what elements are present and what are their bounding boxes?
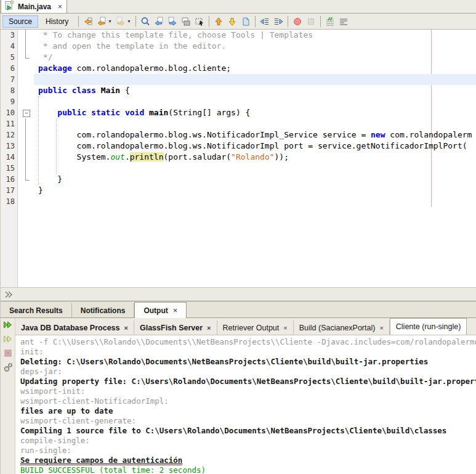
output-tab-java-db-database-process[interactable]: Java DB Database Process×	[15, 321, 134, 335]
output-tab-cliente-run-single-[interactable]: Cliente (run-single)	[390, 318, 467, 335]
line-number[interactable]: 10	[1, 107, 17, 118]
console-line: compile-single:	[20, 436, 476, 446]
output-tab-close-icon[interactable]: ×	[283, 324, 287, 332]
find-selection-icon[interactable]	[139, 15, 152, 28]
rerun-with-different-parameters-icon[interactable]	[2, 333, 14, 345]
code-line[interactable]: public class Main {	[34, 85, 476, 96]
code-area[interactable]: * To change this template file, choose T…	[34, 30, 476, 287]
line-number[interactable]: 14	[1, 152, 17, 163]
code-token: com.rolandopalermo.blog.ws.NotificadorIm…	[38, 141, 467, 150]
output-tab-close-icon[interactable]: ×	[207, 324, 211, 332]
output-tab-close-icon[interactable]: ×	[379, 324, 383, 332]
stop-macro-recording-icon[interactable]	[304, 15, 318, 28]
source-view-button[interactable]: Source	[2, 15, 38, 28]
code-line[interactable]	[34, 118, 476, 129]
console-line: ant -f C:\\Users\\Rolando\\Documents\\Ne…	[20, 337, 476, 347]
console-line: Compiling 1 source file to C:\Users\Rola…	[20, 426, 476, 436]
code-fold-toggle[interactable]	[18, 107, 34, 118]
output-tab-label: GlassFish Server	[140, 324, 203, 332]
line-number-gutter[interactable]: 3456789101112131415161718	[1, 30, 18, 287]
code-token: package	[38, 63, 72, 73]
shift-right-icon[interactable]	[272, 15, 285, 28]
line-number[interactable]: 16	[1, 174, 17, 185]
output-tab-close-icon[interactable]: ×	[124, 324, 128, 332]
line-number[interactable]: 15	[1, 163, 17, 174]
find-previous-occurrence-icon[interactable]	[152, 15, 166, 28]
rerun-icon[interactable]	[2, 319, 14, 330]
back-icon[interactable]	[95, 15, 108, 28]
comment-icon[interactable]	[323, 15, 337, 28]
console-link-text[interactable]: Se requiere campos de autenticación	[20, 456, 182, 465]
java-main-class-icon	[4, 0, 15, 14]
code-line[interactable]: public static void main(String[] args) {	[34, 107, 476, 118]
line-number[interactable]: 17	[1, 185, 17, 196]
code-line[interactable]: System.out.println(port.saludar("Rolando…	[34, 152, 476, 163]
code-line[interactable]: * To change this template file, choose T…	[34, 30, 476, 41]
line-number[interactable]: 6	[1, 63, 17, 74]
next-bookmark-icon[interactable]	[225, 15, 239, 28]
file-tab-close-icon[interactable]: ×	[58, 2, 62, 11]
forward-icon[interactable]	[114, 15, 127, 28]
toolbar-separator	[320, 16, 321, 27]
history-view-button[interactable]: History	[39, 15, 75, 28]
ant-settings-icon[interactable]	[2, 362, 14, 373]
window-tab-notifications[interactable]: Notifications	[72, 303, 135, 317]
code-token	[38, 108, 57, 117]
line-number[interactable]: 4	[1, 41, 17, 52]
dropdown-caret-icon[interactable]: ▾	[127, 18, 133, 24]
rectangular-selection-icon[interactable]	[193, 15, 206, 28]
code-line[interactable]: * and open the template in the editor.	[34, 41, 476, 52]
window-tab-search-results[interactable]: Search Results	[1, 303, 72, 317]
code-editor[interactable]: 3456789101112131415161718 * To change th…	[1, 30, 476, 287]
code-fold-margin[interactable]	[18, 30, 34, 287]
line-number[interactable]: 13	[1, 141, 17, 152]
uncomment-icon[interactable]	[337, 15, 350, 28]
output-tab-build-sacianexportal-[interactable]: Build (SacianexPortal)×	[294, 321, 390, 335]
console-link-line[interactable]: Se requiere campos de autenticación	[20, 456, 476, 465]
line-number[interactable]: 11	[1, 118, 17, 129]
breadcrumb-chevron-icon[interactable]	[3, 289, 14, 300]
last-edit-location-icon[interactable]	[81, 15, 95, 28]
file-tab-main-java[interactable]: Main.java ×	[1, 0, 67, 13]
output-panel: Java DB Database Process×GlassFish Serve…	[1, 318, 476, 474]
code-line[interactable]	[34, 163, 476, 174]
output-console[interactable]: ant -f C:\\Users\\Rolando\\Documents\\Ne…	[15, 335, 476, 474]
code-line[interactable]: package com.rolandopalermo.blog.cliente;	[34, 63, 476, 74]
stop-build-icon[interactable]	[2, 348, 14, 359]
shift-left-icon[interactable]	[258, 15, 272, 28]
dropdown-caret-icon[interactable]: ▾	[108, 18, 114, 24]
window-tab-output[interactable]: Output×	[134, 302, 187, 318]
bottom-window-tab-bar: Search ResultsNotificationsOutput×	[1, 301, 476, 318]
fold-margin-cell	[18, 196, 34, 207]
fold-margin-cell	[18, 41, 34, 52]
toggle-bookmark-icon[interactable]	[239, 15, 252, 28]
line-number[interactable]: 8	[1, 85, 17, 96]
line-number[interactable]: 7	[1, 74, 17, 85]
start-macro-recording-icon[interactable]	[291, 15, 304, 28]
code-token: out	[110, 152, 124, 161]
code-line[interactable]	[34, 196, 476, 207]
code-line[interactable]: com.rolandopalermo.blog.ws.NotificadorIm…	[34, 129, 476, 141]
window-tab-close-icon[interactable]: ×	[173, 306, 178, 315]
line-number[interactable]: 3	[1, 30, 17, 41]
output-tab-label: Retriever Output	[223, 324, 280, 332]
code-line[interactable]: }	[34, 185, 476, 196]
code-token: }	[38, 186, 43, 195]
output-tab-retriever-output[interactable]: Retriever Output×	[217, 321, 294, 335]
find-next-occurrence-icon[interactable]	[166, 15, 179, 28]
code-line[interactable]: */	[34, 52, 476, 63]
line-number[interactable]: 12	[1, 129, 17, 141]
code-line[interactable]	[34, 74, 476, 85]
toggle-highlight-search-icon[interactable]	[179, 15, 193, 28]
code-line[interactable]: com.rolandopalermo.blog.ws.NotificadorIm…	[34, 141, 476, 152]
editor-toolbar-icons: ▾▾	[81, 15, 350, 28]
line-number[interactable]: 5	[1, 52, 17, 63]
previous-bookmark-icon[interactable]	[212, 15, 225, 28]
code-line[interactable]	[34, 96, 476, 107]
line-number[interactable]: 9	[1, 96, 17, 107]
code-token: * and open the template in the editor.	[38, 41, 226, 51]
line-number[interactable]: 18	[1, 196, 17, 207]
output-tab-glassfish-server[interactable]: GlassFish Server×	[134, 321, 217, 335]
code-line[interactable]: }	[34, 174, 476, 185]
console-line: run-single:	[20, 446, 476, 456]
